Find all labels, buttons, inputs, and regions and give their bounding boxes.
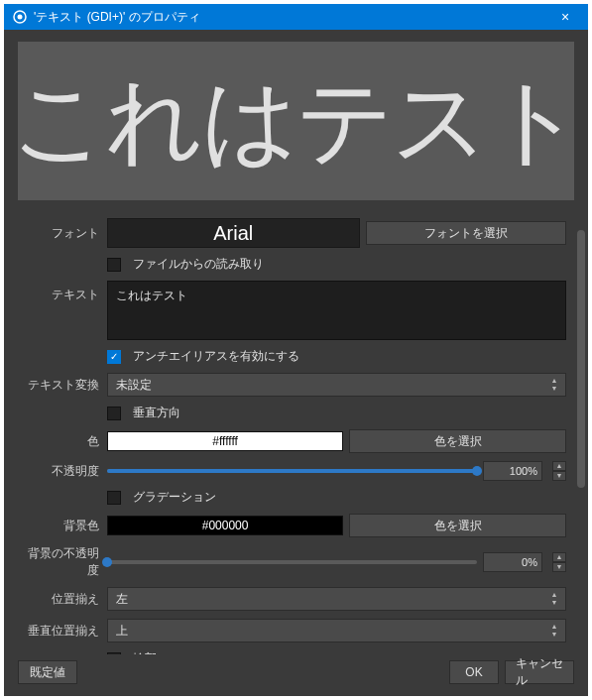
properties-window: 'テキスト (GDI+)' のプロパティ × これはテスト フォント Arial… (4, 4, 588, 696)
select-bg-color-button[interactable]: 色を選択 (349, 514, 566, 537)
align-label: 位置揃え (18, 591, 107, 608)
titlebar: 'テキスト (GDI+)' のプロパティ × (4, 4, 588, 30)
color-value: #ffffff (107, 431, 343, 451)
read-from-file-label: ファイルからの読み取り (133, 256, 264, 273)
valign-label: 垂直位置揃え (18, 623, 107, 640)
antialias-label: アンチエイリアスを有効にする (133, 348, 299, 365)
footer: 既定値 OK キャンセル (18, 654, 574, 686)
gradient-checkbox[interactable] (107, 491, 121, 505)
scrollbar[interactable] (576, 42, 586, 648)
content-area: これはテスト フォント Arial フォントを選択 ファイルからの読み取り テキ… (4, 30, 588, 696)
transform-select[interactable]: 未設定 ▲▼ (107, 373, 566, 397)
opacity-spin-buttons[interactable]: ▲▼ (552, 461, 566, 481)
font-label: フォント (18, 225, 107, 242)
updown-icon: ▲▼ (547, 374, 561, 396)
text-preview: これはテスト (18, 42, 574, 200)
updown-icon: ▲▼ (547, 620, 561, 642)
bg-color-label: 背景色 (18, 518, 107, 534)
bg-opacity-spin-buttons[interactable]: ▲▼ (552, 552, 566, 572)
close-button[interactable]: × (550, 9, 580, 25)
opacity-spinner[interactable]: 100% (483, 461, 542, 481)
opacity-label: 不透明度 (18, 463, 107, 480)
text-input[interactable] (107, 281, 566, 340)
bg-opacity-slider[interactable] (107, 552, 477, 572)
window-title: 'テキスト (GDI+)' のプロパティ (34, 9, 550, 26)
transform-label: テキスト変換 (18, 377, 107, 394)
bg-opacity-label: 背景の不透明度 (18, 545, 107, 579)
color-label: 色 (18, 433, 107, 450)
svg-point-1 (18, 15, 23, 20)
antialias-checkbox[interactable] (107, 350, 121, 364)
font-display: Arial (107, 218, 360, 248)
select-color-button[interactable]: 色を選択 (349, 429, 566, 453)
opacity-slider[interactable] (107, 461, 477, 481)
defaults-button[interactable]: 既定値 (18, 660, 77, 684)
vertical-label: 垂直方向 (133, 405, 180, 421)
ok-button[interactable]: OK (449, 660, 499, 684)
read-from-file-checkbox[interactable] (107, 258, 121, 272)
updown-icon: ▲▼ (547, 588, 561, 610)
gradient-label: グラデーション (133, 489, 216, 506)
vertical-checkbox[interactable] (107, 407, 121, 420)
select-font-button[interactable]: フォントを選択 (366, 221, 566, 245)
text-label: テキスト (18, 281, 107, 303)
align-select[interactable]: 左 ▲▼ (107, 587, 566, 611)
bg-color-value: #000000 (107, 516, 343, 535)
bg-opacity-spinner[interactable]: 0% (483, 552, 542, 572)
app-icon (12, 9, 28, 25)
form-area: フォント Arial フォントを選択 ファイルからの読み取り テキスト (18, 218, 574, 654)
scrollbar-thumb[interactable] (577, 230, 585, 488)
cancel-button[interactable]: キャンセル (505, 660, 574, 684)
valign-select[interactable]: 上 ▲▼ (107, 619, 566, 642)
